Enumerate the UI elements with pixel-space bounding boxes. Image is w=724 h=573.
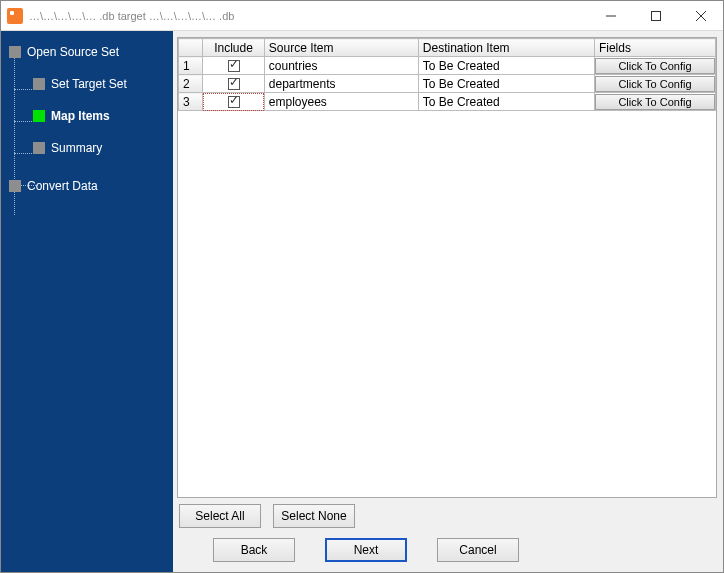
destination-item-cell[interactable]: To Be Created [418, 57, 594, 75]
include-cell[interactable] [203, 57, 265, 75]
step-marker-icon [33, 78, 45, 90]
next-button[interactable]: Next [325, 538, 407, 562]
step-marker-icon [9, 46, 21, 58]
fields-cell: Click To Config [594, 57, 715, 75]
back-button[interactable]: Back [213, 538, 295, 562]
close-button[interactable] [678, 1, 723, 30]
step-map-items[interactable]: Map Items [9, 105, 167, 127]
col-header-rownum[interactable] [179, 39, 203, 57]
destination-item-cell[interactable]: To Be Created [418, 93, 594, 111]
destination-item-cell[interactable]: To Be Created [418, 75, 594, 93]
step-open-source-set[interactable]: Open Source Set [9, 41, 167, 63]
selection-button-row: Select All Select None [177, 498, 717, 530]
step-marker-icon [33, 110, 45, 122]
row-number-cell[interactable]: 1 [179, 57, 203, 75]
step-marker-icon [33, 142, 45, 154]
row-number-cell[interactable]: 3 [179, 93, 203, 111]
table-row[interactable]: 1countriesTo Be CreatedClick To Config [179, 57, 716, 75]
app-icon [7, 8, 23, 24]
window-body: Open Source Set Set Target Set Map Items… [1, 31, 723, 572]
col-header-include[interactable]: Include [203, 39, 265, 57]
svg-rect-1 [651, 11, 660, 20]
include-cell[interactable] [203, 75, 265, 93]
source-item-cell[interactable]: countries [264, 57, 418, 75]
app-window: …\…\…\…\… .db target …\…\…\…\… .db [0, 0, 724, 573]
items-grid-container: Include Source Item Destination Item Fie… [177, 37, 717, 498]
wizard-nav-row: Back Next Cancel [177, 530, 717, 564]
step-label: Map Items [51, 109, 110, 123]
include-checkbox[interactable] [228, 60, 240, 72]
col-header-destination[interactable]: Destination Item [418, 39, 594, 57]
include-checkbox[interactable] [228, 78, 240, 90]
fields-cell: Click To Config [594, 75, 715, 93]
grid-header-row: Include Source Item Destination Item Fie… [179, 39, 716, 57]
step-label: Set Target Set [51, 77, 127, 91]
select-all-button[interactable]: Select All [179, 504, 261, 528]
main-panel: Include Source Item Destination Item Fie… [173, 31, 723, 572]
source-item-cell[interactable]: departments [264, 75, 418, 93]
items-grid[interactable]: Include Source Item Destination Item Fie… [178, 38, 716, 111]
step-marker-icon [9, 180, 21, 192]
table-row[interactable]: 3employeesTo Be CreatedClick To Config [179, 93, 716, 111]
step-convert-data[interactable]: Convert Data [9, 175, 167, 197]
wizard-sidebar: Open Source Set Set Target Set Map Items… [1, 31, 173, 572]
select-none-button[interactable]: Select None [273, 504, 355, 528]
col-header-fields[interactable]: Fields [594, 39, 715, 57]
step-label: Convert Data [27, 179, 98, 193]
fields-config-button[interactable]: Click To Config [595, 76, 715, 92]
cancel-button[interactable]: Cancel [437, 538, 519, 562]
wizard-steps-tree: Open Source Set Set Target Set Map Items… [9, 41, 167, 197]
table-row[interactable]: 2departmentsTo Be CreatedClick To Config [179, 75, 716, 93]
step-set-target-set[interactable]: Set Target Set [9, 73, 167, 95]
window-controls [588, 1, 723, 30]
step-label: Open Source Set [27, 45, 119, 59]
window-title: …\…\…\…\… .db target …\…\…\…\… .db [29, 10, 588, 22]
row-number-cell[interactable]: 2 [179, 75, 203, 93]
fields-cell: Click To Config [594, 93, 715, 111]
source-item-cell[interactable]: employees [264, 93, 418, 111]
col-header-source[interactable]: Source Item [264, 39, 418, 57]
fields-config-button[interactable]: Click To Config [595, 58, 715, 74]
step-summary[interactable]: Summary [9, 137, 167, 159]
minimize-button[interactable] [588, 1, 633, 30]
maximize-button[interactable] [633, 1, 678, 30]
fields-config-button[interactable]: Click To Config [595, 94, 715, 110]
step-label: Summary [51, 141, 102, 155]
include-cell[interactable] [203, 93, 265, 111]
titlebar: …\…\…\…\… .db target …\…\…\…\… .db [1, 1, 723, 31]
include-checkbox[interactable] [228, 96, 240, 108]
